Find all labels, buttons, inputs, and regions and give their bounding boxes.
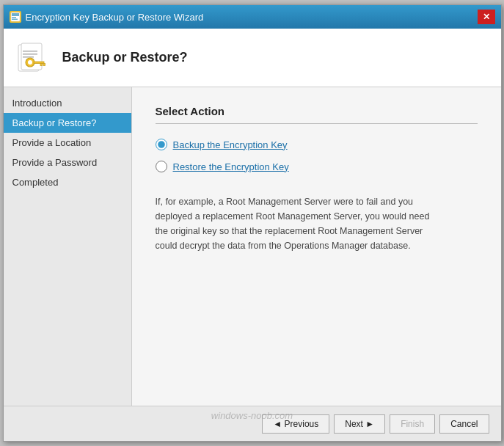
next-button[interactable]: Next ► (334, 414, 385, 434)
radio-restore-input[interactable] (156, 161, 167, 172)
svg-rect-7 (23, 54, 37, 55)
svg-rect-6 (23, 51, 37, 52)
svg-rect-11 (34, 62, 44, 64)
titlebar: Encryption Key Backup or Restore Wizard … (4, 5, 501, 29)
wizard-header-icon (15, 40, 51, 76)
content-area: Introduction Backup or Restore? Provide … (4, 87, 501, 406)
radio-restore-label: Restore the Encryption Key (173, 161, 289, 172)
sidebar-item-completed[interactable]: Completed (4, 172, 131, 192)
description-text: If, for example, a Root Management Serve… (156, 194, 434, 253)
sidebar: Introduction Backup or Restore? Provide … (4, 87, 132, 406)
main-panel: Select Action Backup the Encryption Key … (132, 87, 501, 406)
radio-group: Backup the Encryption Key Restore the En… (156, 139, 478, 172)
wizard-footer: ◄ Previous Next ► Finish Cancel (4, 406, 501, 441)
previous-button[interactable]: ◄ Previous (262, 414, 329, 434)
radio-backup[interactable]: Backup the Encryption Key (156, 139, 478, 150)
cancel-button[interactable]: Cancel (439, 414, 489, 434)
app-icon (10, 11, 21, 23)
svg-rect-12 (40, 63, 43, 65)
radio-backup-input[interactable] (156, 139, 167, 150)
section-title: Select Action (156, 105, 478, 124)
svg-rect-2 (12, 17, 16, 18)
titlebar-left: Encryption Key Backup or Restore Wizard (10, 11, 204, 23)
close-button[interactable]: ✕ (478, 10, 495, 24)
sidebar-item-provide-location[interactable]: Provide a Location (4, 133, 131, 153)
svg-rect-8 (23, 56, 34, 58)
finish-button[interactable]: Finish (390, 414, 435, 434)
radio-backup-label: Backup the Encryption Key (173, 139, 288, 150)
wizard-header: Backup or Restore? (4, 29, 501, 87)
radio-restore[interactable]: Restore the Encryption Key (156, 161, 478, 172)
svg-rect-1 (12, 13, 19, 16)
svg-point-10 (28, 60, 32, 65)
window-title: Encryption Key Backup or Restore Wizard (26, 12, 204, 23)
sidebar-item-introduction[interactable]: Introduction (4, 93, 131, 113)
svg-rect-3 (12, 19, 18, 21)
wizard-header-title: Backup or Restore? (62, 50, 188, 65)
sidebar-item-provide-password[interactable]: Provide a Password (4, 153, 131, 172)
svg-rect-13 (43, 63, 45, 65)
sidebar-item-backup-restore[interactable]: Backup or Restore? (4, 113, 131, 133)
